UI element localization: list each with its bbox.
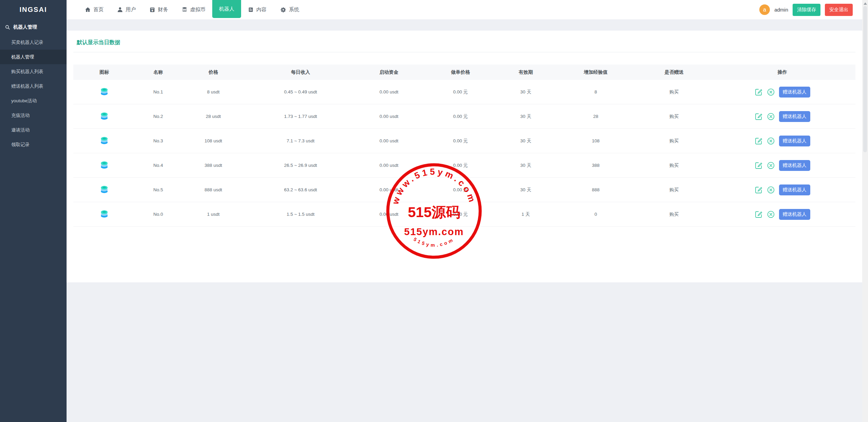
cell-gift-status: 购买 (639, 113, 709, 120)
cell-icon (73, 209, 135, 220)
sidebar-item-3[interactable]: 赠送机器人列表 (0, 79, 67, 93)
cell-price: 28 usdt (181, 114, 246, 119)
cell-icon (73, 86, 135, 98)
clear-cache-button[interactable]: 清除缓存 (793, 4, 820, 16)
cell-order-price: 0.00 元 (422, 89, 499, 95)
cell-startup-capital: 0.00 usdt (356, 114, 422, 119)
gift-robot-button[interactable]: 赠送机器人 (779, 87, 810, 98)
table-header-cell: 做单价格 (422, 69, 499, 75)
cell-validity: 30 天 (499, 138, 553, 144)
cell-validity: 30 天 (499, 162, 553, 169)
edit-icon[interactable] (755, 161, 763, 170)
cell-actions: 赠送机器人 (709, 184, 855, 195)
sidebar-item-2[interactable]: 购买机器人列表 (0, 64, 67, 79)
table-row: No.0 1 usdt 1.5 ~ 1.5 usdt 0.00 usdt 0.0… (73, 202, 855, 227)
cell-name: No.0 (135, 212, 181, 217)
sidebar-item-label: 邀请活动 (11, 127, 30, 133)
sidebar-item-label: 赠送机器人列表 (11, 84, 43, 89)
edit-icon[interactable] (755, 186, 763, 194)
cell-price: 388 usdt (181, 163, 246, 168)
robot-icon (99, 184, 109, 194)
top-nav-right: a admin 清除缓存 安全退出 (759, 0, 862, 19)
top-navbar: 首页 用户 ¥ 财务 虚拟币 机器人 内容 系统 a admin 清除缓存 安全… (67, 0, 862, 19)
cell-exp-gain: 888 (553, 187, 639, 192)
cell-validity: 30 天 (499, 113, 553, 120)
sidebar-item-1[interactable]: 机器人管理 (0, 50, 67, 64)
cell-name: No.3 (135, 138, 181, 143)
cell-name: No.1 (135, 89, 181, 94)
table-header-cell: 有效期 (499, 69, 553, 75)
edit-icon[interactable] (755, 88, 763, 96)
table-header-cell: 每日收入 (246, 69, 356, 75)
cell-gift-status: 购买 (639, 162, 709, 169)
gift-robot-button[interactable]: 赠送机器人 (779, 136, 810, 146)
cell-exp-gain: 8 (553, 89, 639, 94)
sidebar-item-label: 买卖机器人记录 (11, 40, 43, 45)
table-header-cell: 名称 (135, 69, 181, 75)
scrollbar-thumb[interactable] (863, 6, 867, 152)
nav-item-6[interactable]: 系统 (273, 0, 306, 19)
cell-daily-income: 1.73 ~ 1.77 usdt (246, 114, 356, 119)
cell-name: No.2 (135, 114, 181, 119)
edit-icon[interactable] (755, 210, 763, 218)
cell-actions: 赠送机器人 (709, 111, 855, 122)
delete-icon[interactable] (767, 161, 775, 170)
scrollbar[interactable] (862, 0, 868, 422)
edit-icon[interactable] (755, 112, 763, 121)
cell-order-price: 0.00 元 (422, 187, 499, 193)
sidebar-item-7[interactable]: 领取记录 (0, 137, 67, 152)
cell-price: 1 usdt (181, 212, 246, 217)
edit-icon[interactable] (755, 137, 763, 145)
gift-robot-button[interactable]: 赠送机器人 (779, 209, 810, 220)
cell-startup-capital: 0.00 usdt (356, 89, 422, 94)
scroll-up-arrow[interactable] (864, 2, 867, 5)
cell-icon (73, 135, 135, 146)
robot-icon (99, 209, 109, 219)
cell-daily-income: 1.5 ~ 1.5 usdt (246, 212, 356, 217)
table-header-cell: 是否赠送 (639, 69, 709, 75)
cell-icon (73, 184, 135, 195)
cell-gift-status: 购买 (639, 211, 709, 217)
nav-item-0[interactable]: 首页 (78, 0, 110, 19)
sidebar-item-0[interactable]: 买卖机器人记录 (0, 35, 67, 50)
cell-exp-gain: 388 (553, 163, 639, 168)
nav-item-4[interactable]: 机器人 (212, 0, 241, 18)
sidebar-item-5[interactable]: 充值活动 (0, 108, 67, 123)
nav-item-label: 财务 (158, 6, 168, 13)
sidebar-item-6[interactable]: 邀请活动 (0, 123, 67, 137)
cell-actions: 赠送机器人 (709, 87, 855, 98)
delete-icon[interactable] (767, 137, 775, 145)
sidebar-item-4[interactable]: youtube活动 (0, 93, 67, 108)
cell-price: 8 usdt (181, 89, 246, 94)
cell-order-price: 0.00 元 (422, 211, 499, 217)
gift-robot-button[interactable]: 赠送机器人 (779, 184, 810, 195)
table-header-cell: 操作 (709, 69, 855, 75)
delete-icon[interactable] (767, 210, 775, 218)
nav-item-3[interactable]: 虚拟币 (175, 0, 212, 19)
sidebar-item-label: 领取记录 (11, 142, 30, 147)
avatar[interactable]: a (759, 4, 770, 15)
delete-icon[interactable] (767, 112, 775, 121)
sidebar-section-label: 机器人管理 (13, 24, 37, 30)
nav-item-5[interactable]: 内容 (241, 0, 273, 19)
table-header-cell: 启动资金 (356, 69, 422, 75)
delete-icon[interactable] (767, 88, 775, 96)
divider (73, 52, 855, 52)
cell-icon (73, 160, 135, 171)
cell-gift-status: 购买 (639, 138, 709, 144)
cell-exp-gain: 28 (553, 114, 639, 119)
gift-robot-button[interactable]: 赠送机器人 (779, 160, 810, 171)
nav-item-1[interactable]: 用户 (110, 0, 143, 19)
cell-startup-capital: 0.00 usdt (356, 187, 422, 192)
robots-table: 图标 名称 价格 每日收入 启动资金 做单价格 有效期 增加经验值 是否赠送 操… (73, 65, 855, 227)
cell-price: 108 usdt (181, 138, 246, 143)
nav-item-label: 内容 (256, 6, 267, 13)
nav-item-2[interactable]: ¥ 财务 (143, 0, 175, 19)
table-header-cell: 图标 (73, 69, 135, 75)
nav-item-label: 系统 (289, 6, 299, 13)
delete-icon[interactable] (767, 186, 775, 194)
gift-robot-button[interactable]: 赠送机器人 (779, 111, 810, 122)
table-row: No.2 28 usdt 1.73 ~ 1.77 usdt 0.00 usdt … (73, 104, 855, 129)
cell-validity: 30 天 (499, 89, 553, 95)
logout-button[interactable]: 安全退出 (825, 4, 853, 16)
